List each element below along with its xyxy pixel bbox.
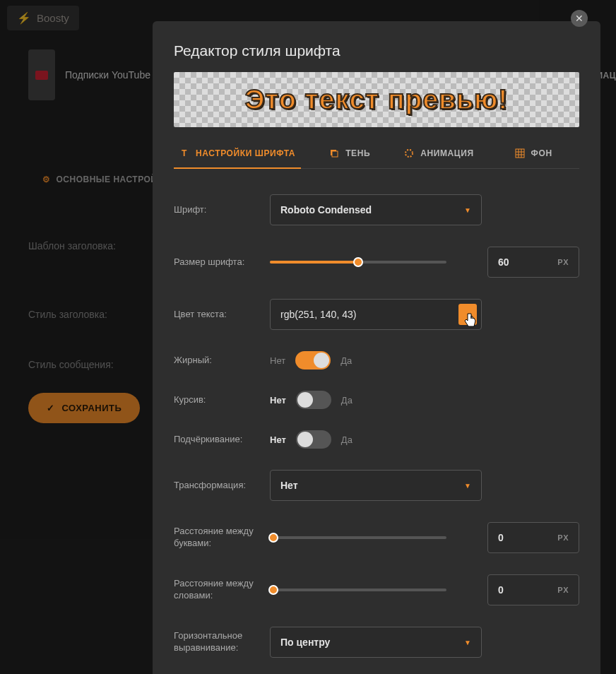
spinner-icon bbox=[404, 148, 414, 158]
tab-shadow[interactable]: ТЕНЬ bbox=[324, 141, 376, 168]
row-transform: Трансформация: Нет ▼ bbox=[174, 470, 579, 501]
letter-spacing-input[interactable]: 0 PX bbox=[487, 522, 579, 553]
transform-select[interactable]: Нет ▼ bbox=[270, 470, 482, 501]
label-bold: Жирный: bbox=[174, 355, 257, 367]
label-italic: Курсив: bbox=[174, 394, 257, 406]
svg-rect-1 bbox=[332, 151, 338, 157]
row-bold: Жирный: Нет Да bbox=[174, 351, 579, 369]
close-icon: ✕ bbox=[575, 13, 584, 24]
row-text-color: Цвет текста: rgb(251, 140, 43) bbox=[174, 299, 579, 330]
label-font: Шрифт: bbox=[174, 204, 257, 216]
bold-toggle[interactable] bbox=[295, 351, 331, 369]
form: Шрифт: Roboto Condensed ▼ Размер шрифта:… bbox=[153, 169, 600, 674]
label-letter-spacing: Расстояние между буквами: bbox=[174, 526, 257, 550]
label-word-spacing: Расстояние между словами: bbox=[174, 578, 257, 602]
modal-title: Редактор стиля шрифта bbox=[153, 21, 600, 72]
row-font: Шрифт: Roboto Condensed ▼ bbox=[174, 194, 579, 225]
svg-rect-3 bbox=[516, 149, 524, 158]
label-h-align: Горизонтальное выравнивание: bbox=[174, 630, 257, 654]
preview-area: Это текст превью! bbox=[174, 72, 579, 127]
underline-toggle[interactable] bbox=[296, 430, 331, 449]
bold-yes: Да bbox=[340, 355, 352, 366]
italic-yes: Да bbox=[341, 395, 353, 406]
label-underline: Подчёркивание: bbox=[174, 434, 257, 446]
tab-animation[interactable]: АНИМАЦИЯ bbox=[398, 141, 479, 168]
tab-background[interactable]: ФОН bbox=[509, 141, 558, 168]
font-select[interactable]: Roboto Condensed ▼ bbox=[270, 194, 482, 225]
preview-text: Это текст превью! bbox=[245, 84, 509, 115]
text-icon: T bbox=[179, 148, 189, 158]
grid-icon bbox=[515, 148, 525, 158]
italic-toggle[interactable] bbox=[296, 391, 331, 409]
layers-icon bbox=[329, 148, 339, 158]
font-size-slider[interactable] bbox=[270, 261, 446, 264]
modal-tabs: T НАСТРОЙКИ ШРИФТА ТЕНЬ АНИМАЦИЯ ФОН bbox=[174, 141, 579, 169]
label-transform: Трансформация: bbox=[174, 480, 257, 492]
label-text-color: Цвет текста: bbox=[174, 309, 257, 321]
bold-no: Нет bbox=[270, 355, 285, 366]
h-align-select[interactable]: По центру ▼ bbox=[270, 627, 482, 658]
row-letter-spacing: Расстояние между буквами: 0 PX bbox=[174, 522, 579, 553]
close-button[interactable]: ✕ bbox=[571, 10, 588, 27]
row-italic: Курсив: Нет Да bbox=[174, 391, 579, 409]
text-color-input[interactable]: rgb(251, 140, 43) bbox=[270, 299, 482, 330]
svg-point-2 bbox=[405, 150, 413, 157]
font-size-input[interactable]: 60 PX bbox=[487, 247, 579, 278]
tab-font-settings[interactable]: T НАСТРОЙКИ ШРИФТА bbox=[174, 141, 301, 168]
chevron-down-icon: ▼ bbox=[464, 206, 471, 214]
underline-no: Нет bbox=[270, 434, 286, 445]
letter-spacing-slider[interactable] bbox=[270, 536, 446, 539]
label-font-size: Размер шрифта: bbox=[174, 256, 257, 268]
row-font-size: Размер шрифта: 60 PX bbox=[174, 247, 579, 278]
row-h-align: Горизонтальное выравнивание: По центру ▼ bbox=[174, 627, 579, 658]
row-underline: Подчёркивание: Нет Да bbox=[174, 430, 579, 449]
word-spacing-slider[interactable] bbox=[270, 589, 446, 591]
word-spacing-input[interactable]: 0 PX bbox=[487, 574, 579, 605]
font-style-editor-modal: Редактор стиля шрифта Это текст превью! … bbox=[153, 21, 600, 674]
italic-no: Нет bbox=[270, 395, 286, 406]
chevron-down-icon: ▼ bbox=[464, 639, 471, 646]
color-swatch[interactable] bbox=[458, 304, 477, 325]
chevron-down-icon: ▼ bbox=[464, 482, 471, 490]
row-word-spacing: Расстояние между словами: 0 PX bbox=[174, 574, 579, 605]
underline-yes: Да bbox=[341, 434, 353, 445]
